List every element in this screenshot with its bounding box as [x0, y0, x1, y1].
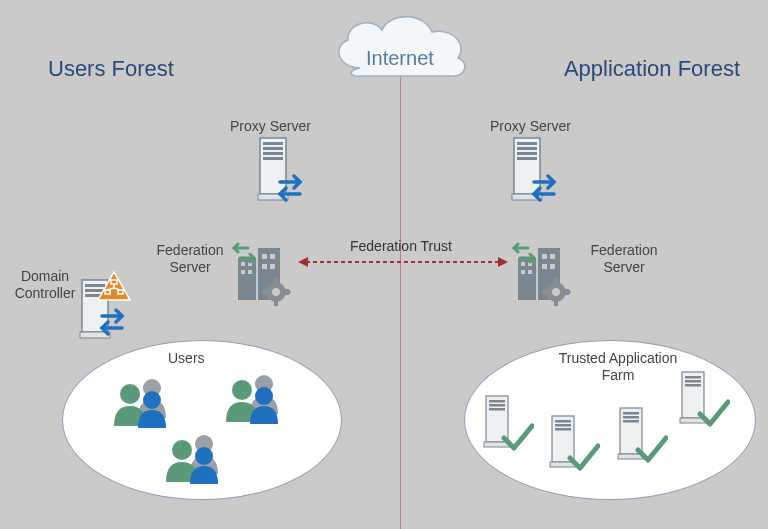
svg-rect-2	[263, 147, 283, 150]
forest-divider	[400, 76, 401, 529]
svg-marker-53	[298, 257, 308, 267]
domain-controller-icon	[74, 268, 144, 348]
svg-rect-18	[262, 254, 267, 259]
svg-rect-9	[517, 152, 537, 155]
svg-rect-16	[241, 270, 245, 274]
federation-server-right-icon	[508, 238, 578, 316]
svg-point-65	[120, 384, 140, 404]
svg-point-43	[552, 288, 560, 296]
svg-rect-1	[263, 142, 283, 145]
svg-rect-19	[270, 254, 275, 259]
svg-rect-38	[542, 254, 547, 259]
domain-controller-label: Domain Controller	[10, 268, 80, 302]
svg-point-68	[232, 380, 252, 400]
svg-rect-41	[550, 264, 555, 269]
svg-rect-17	[248, 270, 252, 274]
users-cluster-3	[160, 430, 230, 484]
proxy-server-left-icon	[252, 132, 312, 212]
farm-server-4	[676, 368, 730, 432]
svg-rect-21	[270, 264, 275, 269]
svg-point-69	[255, 387, 273, 405]
app-farm-label: Trusted Application Farm	[548, 350, 688, 384]
svg-rect-24	[274, 278, 278, 284]
svg-rect-12	[238, 258, 256, 300]
svg-rect-32	[518, 258, 536, 300]
farm-server-1	[480, 392, 534, 456]
svg-rect-8	[517, 147, 537, 150]
proxy-server-right-icon	[506, 132, 566, 212]
app-forest-title: Application Forest	[564, 56, 740, 82]
svg-rect-44	[554, 278, 558, 284]
svg-rect-25	[274, 300, 278, 306]
svg-point-71	[172, 440, 192, 460]
svg-rect-14	[241, 262, 245, 266]
fed-server-left-label: Federation Server	[150, 242, 230, 276]
svg-point-72	[195, 447, 213, 465]
svg-rect-3	[263, 152, 283, 155]
svg-rect-40	[542, 264, 547, 269]
users-cluster-2	[220, 370, 290, 424]
svg-rect-39	[550, 254, 555, 259]
users-forest-title: Users Forest	[48, 56, 174, 82]
svg-rect-37	[528, 270, 532, 274]
svg-rect-6	[514, 138, 540, 194]
fed-server-right-label: Federation Server	[584, 242, 664, 276]
svg-rect-10	[517, 157, 537, 160]
svg-rect-4	[263, 157, 283, 160]
svg-rect-36	[521, 270, 525, 274]
federation-trust-label: Federation Trust	[350, 238, 452, 255]
svg-rect-34	[521, 262, 525, 266]
svg-point-66	[143, 391, 161, 409]
svg-marker-54	[498, 257, 508, 267]
users-label: Users	[168, 350, 205, 367]
svg-rect-0	[260, 138, 286, 194]
internet-label: Internet	[366, 46, 434, 70]
svg-rect-56	[85, 284, 105, 287]
svg-rect-7	[517, 142, 537, 145]
federation-trust-arrow	[296, 252, 510, 272]
svg-rect-20	[262, 264, 267, 269]
svg-rect-45	[554, 300, 558, 306]
users-cluster-1	[108, 374, 178, 428]
farm-server-3	[614, 404, 668, 468]
svg-point-23	[272, 288, 280, 296]
federation-server-left-icon	[228, 238, 298, 316]
farm-server-2	[546, 412, 600, 476]
